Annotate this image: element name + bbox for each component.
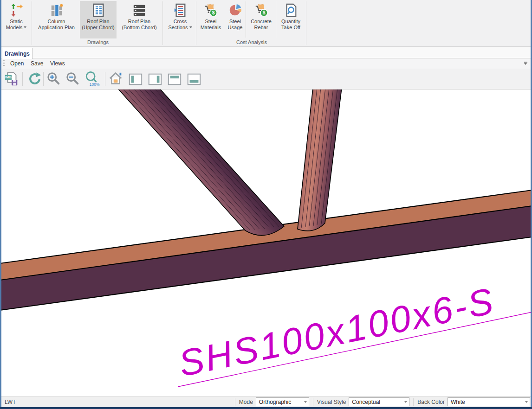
window-border-left [0, 0, 1, 409]
zoom-100-icon: 100% [84, 71, 100, 87]
status-bar: LWT Mode Orthographic Visual Style Conce… [0, 396, 532, 407]
ribbon-separator [246, 1, 246, 38]
status-lwt: LWT [0, 399, 16, 405]
toolbar-separator [43, 72, 44, 86]
chevron-down-icon [404, 401, 407, 404]
view-bottom-button[interactable] [186, 71, 202, 87]
status-divider [235, 398, 235, 406]
back-color-label: Back Color [417, 399, 445, 405]
menu-item-views[interactable]: Views [50, 58, 65, 69]
zoom-out-icon [65, 71, 81, 87]
svg-text:$: $ [262, 10, 265, 15]
visual-style-value: Conceptual [352, 399, 380, 405]
ribbon-button-concrete-rebar[interactable]: $ Concrete Rebar [247, 1, 275, 38]
visual-style-label: Visual Style [317, 399, 346, 405]
ribbon-group-label-cost-analysis: Cost Analysis [198, 39, 305, 45]
3d-viewport[interactable]: SHS100x100x6-S [0, 89, 532, 396]
menu-overflow-icon[interactable] [524, 62, 527, 66]
ribbon-button-label: Roof Plan (Upper Chord) [82, 19, 114, 31]
view-top-icon [167, 71, 182, 87]
ribbon-separator [32, 1, 32, 45]
tab-drawings[interactable]: Drawings [2, 48, 32, 59]
ribbon-group-label-drawings: Drawings [34, 39, 162, 45]
static-models-icon [9, 3, 23, 17]
view-left-icon [128, 71, 143, 87]
back-color-select[interactable]: White [448, 397, 530, 406]
chevron-down-icon [24, 26, 26, 30]
chevron-down-icon [304, 401, 307, 404]
view-bottom-icon [186, 71, 202, 87]
mode-label: Mode [239, 399, 253, 405]
menu-item-save[interactable]: Save [31, 58, 43, 69]
status-divider [313, 398, 313, 406]
view-right-button[interactable] [147, 71, 163, 87]
svg-text:IMG: IMG [5, 76, 12, 79]
zoom-in-button[interactable] [46, 71, 62, 87]
back-color-value: White [451, 399, 465, 405]
mode-value: Orthographic [259, 399, 291, 405]
status-controls: Mode Orthographic Visual Style Conceptua… [231, 397, 532, 406]
ribbon-button-label: Column Application Plan [38, 19, 75, 31]
svg-text:$: $ [212, 10, 215, 15]
ribbon-button-column-application-plan[interactable]: Column Application Plan [34, 1, 79, 38]
menu-item-open[interactable]: Open [10, 58, 24, 69]
toolbar-separator [22, 72, 23, 86]
zoom-100-button[interactable]: 100% [84, 71, 100, 87]
ribbon-button-quantity-take-off[interactable]: Quantity Take Off [277, 1, 305, 38]
ribbon-separator [162, 1, 163, 45]
svg-text:100%: 100% [90, 82, 100, 87]
steel-usage-icon [228, 3, 242, 17]
app-window: Static Models Column Application Plan [0, 0, 532, 409]
visual-style-select[interactable]: Conceptual [349, 397, 409, 406]
ribbon-button-label: Steel Materials [201, 19, 221, 31]
quantity-take-off-icon [284, 3, 298, 17]
chevron-down-icon [525, 401, 528, 404]
roof-plan-bottom-chord-icon [132, 3, 146, 17]
ribbon-button-roof-plan-upper-chord[interactable]: Roof Plan (Upper Chord) [80, 1, 117, 38]
cross-sections-icon [173, 3, 187, 17]
steel-materials-icon: $ [204, 3, 218, 17]
ribbon-button-label: Concrete Rebar [251, 19, 272, 31]
home-view-button[interactable] [108, 71, 124, 87]
ribbon-button-label: Steel Usage [228, 19, 243, 31]
view-toolbar: IMG [0, 69, 532, 89]
ribbon-separator [276, 1, 276, 38]
ribbon-button-steel-materials[interactable]: $ Steel Materials [198, 1, 224, 38]
3d-scene: SHS100x100x6-S [0, 89, 532, 396]
diagonal-member-right [298, 89, 342, 231]
status-divider [413, 398, 414, 406]
ribbon-button-roof-plan-bottom-chord[interactable]: Roof Plan (Bottom Chord) [117, 1, 162, 38]
ribbon-button-cross-sections[interactable]: Cross Sections [164, 1, 196, 38]
save-image-icon: IMG [4, 71, 19, 87]
tab-row: Drawings [0, 47, 532, 58]
ribbon-button-label: Roof Plan (Bottom Chord) [122, 19, 156, 31]
ribbon-button-label: Static Models [6, 19, 26, 31]
window-border-bottom [0, 407, 532, 409]
column-application-plan-icon [50, 3, 64, 17]
ribbon-button-static-models[interactable]: Static Models [3, 1, 30, 38]
view-top-button[interactable] [167, 71, 182, 87]
view-right-icon [147, 71, 163, 87]
home-icon [108, 71, 124, 87]
mode-select[interactable]: Orthographic [256, 397, 309, 406]
ribbon-separator [306, 1, 306, 45]
toolbar-separator [105, 72, 105, 86]
zoom-out-button[interactable] [65, 71, 81, 87]
refresh-view-button[interactable] [26, 71, 42, 87]
ribbon-separator [196, 1, 196, 45]
concrete-rebar-icon: $ [254, 3, 268, 17]
ribbon-button-steel-usage[interactable]: Steel Usage [224, 1, 246, 38]
ribbon-button-label: Quantity Take Off [281, 19, 300, 31]
member-label: SHS100x100x6-S [175, 280, 499, 384]
refresh-icon [26, 71, 42, 87]
chevron-down-icon [189, 26, 192, 30]
save-image-button[interactable]: IMG [4, 71, 19, 87]
ribbon: Static Models Column Application Plan [0, 0, 532, 47]
view-left-button[interactable] [128, 71, 143, 87]
toolbar-grip-icon[interactable] [3, 60, 5, 67]
roof-plan-upper-chord-icon [91, 3, 105, 17]
ribbon-button-label: Cross Sections [168, 19, 192, 31]
diagonal-member-left [117, 89, 284, 236]
zoom-in-icon [46, 71, 62, 87]
menu-bar: Open Save Views [0, 58, 532, 69]
